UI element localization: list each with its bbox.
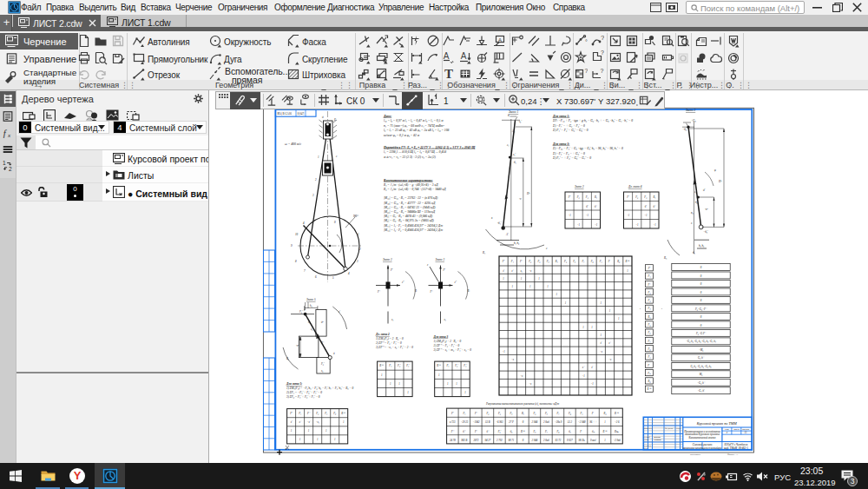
svg-text:F₅: F₅ bbox=[648, 323, 651, 327]
svg-text:h₅: h₅ bbox=[310, 304, 312, 307]
svg-text:−1: −1 bbox=[595, 223, 598, 227]
svg-text:−1: −1 bbox=[653, 223, 656, 227]
svg-text:F₆: F₆ bbox=[648, 331, 651, 334]
svg-text:Изм Лист: Изм Лист bbox=[644, 427, 654, 430]
svg-text:R℠: R℠ bbox=[340, 412, 345, 415]
svg-text:F₇: F₇ bbox=[648, 340, 651, 343]
svg-text:−t₀′: −t₀′ bbox=[517, 120, 522, 123]
svg-text:з′: з′ bbox=[290, 420, 293, 424]
svg-text:Σ) −F₅′ − F₆ − + G₆′ − 0: Σ) −F₅′ − F₆ − + G₆′ − 0 bbox=[553, 152, 585, 155]
svg-text:Петров: Петров bbox=[653, 439, 661, 441]
svg-text:Формат А1: Формат А1 bbox=[727, 453, 739, 456]
svg-text:−б₂′: −б₂′ bbox=[682, 128, 687, 131]
svg-text:F₆: F₆ bbox=[533, 430, 536, 433]
svg-text:ИА| В СА16: ИА| В СА16 bbox=[278, 112, 293, 116]
svg-text:Σ) F₇′ − + F₆′ − G₆′ − G₇′ − 0: Σ) F₇′ − + F₆′ − G₆′ − G₇′ − 0 bbox=[553, 156, 591, 160]
svg-text:F₃: F₃ bbox=[585, 195, 589, 199]
svg-text:Масшт.: Масшт. bbox=[741, 428, 750, 431]
svg-text:F₋: F₋ bbox=[579, 430, 583, 433]
svg-text:F′: F′ bbox=[450, 412, 454, 415]
svg-text:−1: −1 bbox=[502, 350, 505, 354]
svg-text:A: A bbox=[461, 51, 467, 61]
svg-text:R⋅: R⋅ bbox=[467, 289, 470, 293]
svg-text:−1: −1 bbox=[627, 214, 630, 217]
svg-text:F₉: F₉ bbox=[599, 260, 602, 263]
svg-text:F₅′: F₅′ bbox=[320, 362, 325, 366]
svg-text:2 0иб: 2 0иб bbox=[543, 420, 549, 424]
svg-text:R₂: R₂ bbox=[603, 412, 607, 415]
svg-text:−G₂⋅h₂−G₅⋅h₅−G₆⋅h₆−G₇⋅h₇: −G₂⋅h₂−G₅⋅h₅−G₆⋅h₆−G₇⋅h₇ bbox=[686, 340, 716, 343]
svg-text:53 В: 53 В bbox=[485, 420, 490, 424]
svg-text:−1: −1 bbox=[586, 214, 589, 217]
svg-text:F₉: F₉ bbox=[580, 412, 583, 415]
svg-text:−2 948: −2 948 bbox=[578, 420, 586, 424]
svg-text:Для звена 5:: Для звена 5: bbox=[286, 382, 302, 386]
svg-text:F₂: F₂ bbox=[528, 260, 531, 263]
svg-text:Кинематический анализ: Кинематический анализ bbox=[688, 435, 717, 439]
svg-text:з₁′: з₁′ bbox=[512, 153, 516, 156]
svg-text:F₅−G₅−F‶: F₅−G₅−F‶ bbox=[694, 307, 707, 311]
svg-text:R₁: R₁ bbox=[594, 195, 597, 199]
svg-text:94 27: 94 27 bbox=[485, 439, 491, 442]
svg-text:F₃: F₃ bbox=[497, 412, 501, 415]
svg-text:R₁: R₁ bbox=[521, 412, 524, 415]
svg-text:F₂′: F₂′ bbox=[397, 364, 401, 367]
svg-text:G₅⋅h‶: G₅⋅h‶ bbox=[698, 356, 705, 360]
svg-text:Звено 2: Звено 2 bbox=[575, 185, 584, 188]
svg-text:R℡: R℡ bbox=[614, 430, 620, 433]
svg-text:Лит.: Лит. bbox=[724, 428, 730, 431]
svg-text:F₄: F₄ bbox=[332, 412, 336, 415]
svg-text:G₂⋅h₂+G₅⋅h₅−G₆⋅h₆: G₂⋅h₂+G₅⋅h₅−G₆⋅h₆ bbox=[690, 365, 711, 368]
svg-text:F₅′: F₅′ bbox=[497, 430, 502, 433]
svg-text:F₂: F₂ bbox=[648, 291, 651, 294]
svg-text:F₂: F₂ bbox=[635, 195, 638, 199]
svg-text:h₁ h₂: h₁ h₂ bbox=[514, 241, 520, 245]
svg-text:Звено 2: Звено 2 bbox=[383, 258, 392, 261]
svg-text:1) ΣM₁(F₂) = 2 ⋅ R₂ − 0: 1) ΣM₁(F₂) = 2 ⋅ R₂ − 0 bbox=[376, 337, 404, 340]
svg-text:Дл. звена 2: Дл. звена 2 bbox=[375, 333, 390, 336]
svg-text:F′: F′ bbox=[568, 195, 571, 199]
svg-text:R₁: R₁ bbox=[648, 315, 651, 319]
svg-text:F₂: F₂ bbox=[576, 195, 580, 199]
svg-text:Звено 3: Звено 3 bbox=[436, 258, 445, 261]
svg-text:−29 23: −29 23 bbox=[460, 420, 468, 424]
svg-text:h₅ h₆: h₅ h₆ bbox=[699, 244, 704, 248]
svg-text:°: ° bbox=[585, 39, 588, 45]
svg-text:?: ? bbox=[601, 34, 604, 42]
svg-text:F₈: F₈ bbox=[556, 430, 560, 433]
svg-text:Для звена 3:: Для звена 3: bbox=[552, 142, 569, 146]
svg-text:F₌: F₌ bbox=[647, 372, 651, 375]
svg-text:F₂: F₂ bbox=[485, 412, 489, 415]
svg-text:ΣF: −F₁₂ + F₂ ⋅ tgα + g⋅h₂ − G: ΣF: −F₁₂ + F₂ ⋅ tgα + g⋅h₂ − G₂ ⋅ h₂ + −… bbox=[553, 119, 633, 122]
svg-text:F₋: F₋ bbox=[591, 412, 595, 415]
svg-text:з′: з′ bbox=[599, 341, 602, 345]
svg-text:A′: A′ bbox=[505, 233, 509, 236]
svg-text:T: T bbox=[444, 67, 453, 81]
svg-text:F₃: F₃ bbox=[536, 260, 540, 263]
svg-text:F₇: F₇ bbox=[581, 260, 584, 263]
svg-text:м ∆² ν₁ = ν₂ = 22 (2 З) +3 (: м ∆² ν₁ = ν₂ = 22 (2 З) +3 (2) ν₅ = 2а (… bbox=[383, 155, 437, 159]
svg-text:Дано:: Дано: bbox=[383, 115, 391, 118]
svg-text:R₂: R₂ bbox=[616, 260, 620, 263]
svg-text:Утв.: Утв. bbox=[644, 447, 648, 450]
svg-text:F₄: F₄ bbox=[509, 412, 512, 415]
svg-text:R℠: R℠ bbox=[436, 364, 441, 367]
svg-text:2 792: 2 792 bbox=[496, 439, 503, 442]
svg-text:Σ) F₁′ − F₂′ − G₂′ − G₃′ − 0: Σ) F₁′ − F₂′ − G₂′ − G₃′ − 0 bbox=[553, 129, 589, 132]
svg-text:H²: H² bbox=[718, 180, 721, 183]
svg-text:б′: б′ bbox=[586, 205, 589, 208]
svg-text:A: A bbox=[498, 37, 502, 43]
svg-text:Курсовой проект по ТММ: Курсовой проект по ТММ bbox=[696, 421, 738, 426]
svg-text:3) ΣF‷ − з₂ + ж₂ + F₁′ + з₂ −: 3) ΣF‷ − з₂ + ж₂ + F₁′ + з₂ − 0 bbox=[434, 348, 472, 352]
svg-text:2) ΣF‷ − F₂ + F₁′ − 0: 2) ΣF‷ − F₂ + F₁′ − 0 bbox=[434, 344, 460, 347]
svg-text:F₅: F₅ bbox=[563, 260, 567, 263]
svg-text:R⋅: R⋅ bbox=[414, 289, 418, 293]
svg-text:−1: −1 bbox=[576, 223, 580, 227]
svg-text:−1: −1 bbox=[568, 214, 571, 217]
svg-text:F₇: F₇ bbox=[556, 412, 560, 415]
svg-text:R℠: R℠ bbox=[624, 260, 629, 263]
svg-text:б₌: б₌ bbox=[592, 430, 595, 433]
svg-text:F′: F′ bbox=[502, 260, 505, 263]
svg-text:F₋: F₋ bbox=[608, 260, 612, 263]
svg-text:9 ввчʹ: 9 ввчʹ bbox=[590, 439, 596, 442]
